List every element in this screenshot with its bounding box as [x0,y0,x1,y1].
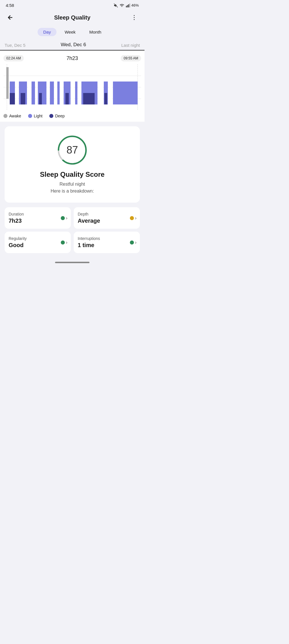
svg-rect-20 [32,82,35,104]
depth-arrow: › [135,216,136,221]
score-section: 87 Sleep Quality Score Restful night Her… [0,122,144,203]
metrics-grid: Duration 7h23 › Depth Average › Regulari… [0,203,144,258]
metric-interruptions-label: Interruptions [78,236,136,241]
light-dot [28,114,32,118]
score-circle: 87 [56,134,88,166]
score-number: 87 [67,144,78,156]
date-nav: Tue, Dec 5 Wed, Dec 6 Last night [0,40,144,51]
metric-regularity-value: Good [9,242,67,249]
svg-rect-25 [50,82,54,104]
tab-row: Day Week Month [0,27,144,40]
chart-legend: Awake Light Deep [3,110,141,119]
svg-rect-30 [65,93,69,104]
svg-rect-23 [39,93,42,104]
svg-rect-39 [109,82,112,104]
interruptions-dot [130,240,134,245]
legend-light-label: Light [34,114,42,118]
battery-text: 46% [131,3,139,7]
svg-rect-33 [79,82,80,104]
svg-rect-3 [128,4,129,7]
chart-end-time: 09:55 AM [121,55,141,61]
svg-rect-36 [99,82,103,104]
svg-rect-32 [75,82,77,104]
svg-rect-15 [10,93,15,104]
svg-rect-38 [104,93,107,104]
date-prev[interactable]: Tue, Dec 5 [5,43,26,50]
back-button[interactable] [5,12,16,23]
svg-rect-2 [127,5,128,7]
home-indicator [55,262,89,263]
legend-deep-label: Deep [55,114,65,118]
metric-duration[interactable]: Duration 7h23 › [5,207,71,229]
svg-rect-1 [126,6,127,7]
chart-start-time: 02:24 AM [3,55,24,61]
status-time: 4:58 [6,3,14,8]
legend-light: Light [28,114,42,118]
status-bar: 4:58 46% [0,0,144,9]
metric-depth-badge: › [130,216,136,221]
more-button[interactable] [128,12,140,23]
svg-point-7 [134,19,135,20]
metric-interruptions-value: 1 time [78,242,136,249]
metric-regularity-badge: › [61,240,67,245]
duration-arrow: › [66,216,67,221]
tab-week[interactable]: Week [59,28,81,36]
svg-rect-31 [72,82,74,104]
legend-awake: Awake [3,114,21,118]
svg-point-6 [134,17,135,18]
sleep-chart [3,64,141,110]
awake-dot [3,114,7,118]
svg-rect-35 [83,93,95,104]
mute-icon [114,3,118,8]
svg-rect-18 [21,93,25,104]
svg-rect-21 [36,82,37,104]
metric-depth-value: Average [78,218,136,224]
app-bar: Sleep Quality [0,9,144,27]
svg-rect-24 [48,82,49,104]
regularity-dot [61,240,65,245]
svg-rect-28 [61,82,63,104]
chart-time-row: 02:24 AM 7h23 09:55 AM [3,55,141,61]
score-subtitle: Restful night Here is a breakdown: [50,181,94,195]
metric-interruptions[interactable]: Interruptions 1 time › [74,232,140,253]
legend-deep: Deep [49,114,65,118]
metric-depth-label: Depth [78,212,136,216]
date-next[interactable]: Last night [121,43,140,50]
metric-interruptions-badge: › [130,240,136,245]
legend-awake-label: Awake [9,114,21,118]
metric-duration-label: Duration [9,212,67,216]
svg-rect-16 [16,82,18,104]
svg-point-5 [134,15,135,16]
depth-dot [130,216,134,220]
duration-dot [61,216,65,220]
status-icons: 46% [114,3,139,8]
date-current[interactable]: Wed, Dec 6 [61,42,86,51]
metric-depth[interactable]: Depth Average › [74,207,140,229]
sleep-chart-svg [3,64,141,110]
wifi-icon [119,3,124,8]
regularity-arrow: › [66,240,67,245]
metric-duration-value: 7h23 [9,218,67,224]
tab-month[interactable]: Month [84,28,107,36]
svg-rect-4 [129,3,130,7]
tab-day[interactable]: Day [38,28,57,36]
interruptions-arrow: › [135,240,136,245]
app-bar-title: Sleep Quality [54,14,91,21]
svg-rect-13 [6,67,9,99]
svg-rect-40 [113,82,138,104]
metric-regularity-label: Regularity [9,236,67,241]
score-card: 87 Sleep Quality Score Restful night Her… [5,126,140,203]
chart-duration: 7h23 [67,55,78,61]
svg-rect-27 [57,82,60,104]
metric-regularity[interactable]: Regularity Good › [5,232,71,253]
svg-rect-19 [28,82,30,104]
score-title: Sleep Quality Score [40,170,104,179]
signal-icon [126,3,130,8]
deep-dot [49,114,53,118]
bottom-bar [0,258,144,266]
chart-area: 02:24 AM 7h23 09:55 AM [0,51,144,122]
svg-rect-26 [55,82,56,104]
metric-duration-badge: › [61,216,67,221]
